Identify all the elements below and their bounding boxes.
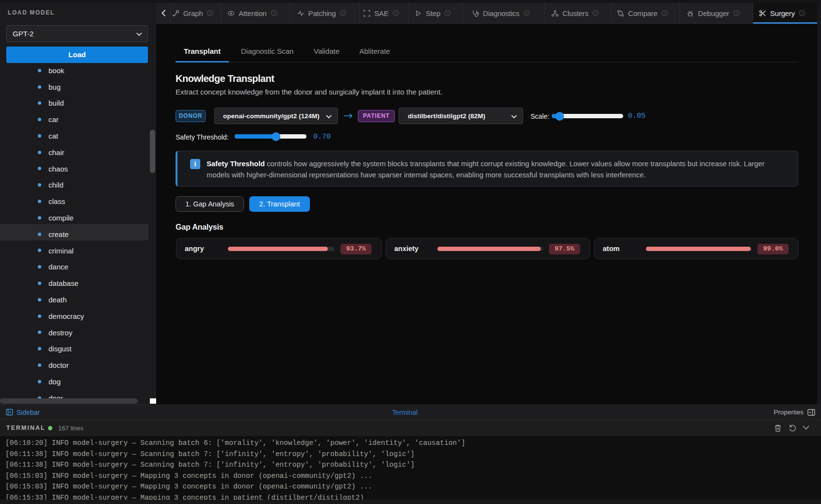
- svg-text:?: ?: [273, 11, 275, 16]
- svg-text:?: ?: [801, 11, 804, 16]
- svg-text:?: ?: [595, 11, 597, 16]
- svg-text:?: ?: [342, 11, 344, 16]
- svg-text:?: ?: [395, 11, 397, 16]
- svg-text:?: ?: [447, 11, 449, 16]
- svg-text:?: ?: [209, 11, 211, 16]
- svg-text:?: ?: [663, 11, 666, 16]
- svg-text:?: ?: [735, 11, 738, 16]
- svg-text:?: ?: [526, 11, 528, 16]
